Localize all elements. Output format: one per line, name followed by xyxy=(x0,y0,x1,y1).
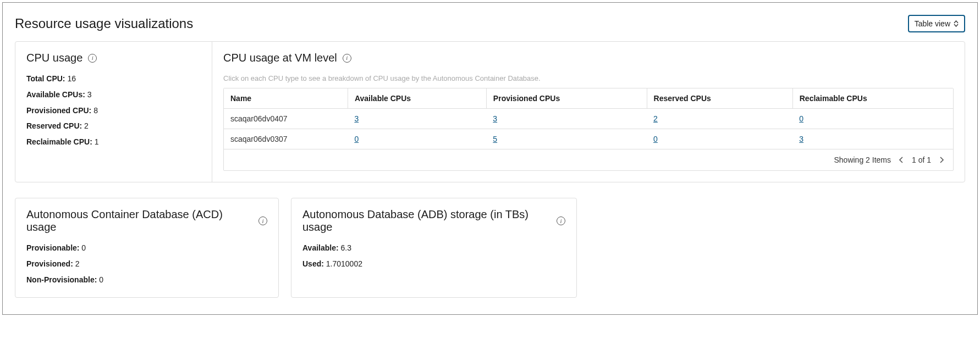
col-reserved: Reserved CPUs xyxy=(647,88,792,109)
col-provisioned: Provisioned CPUs xyxy=(486,88,647,109)
panel-title-row: CPU usage i xyxy=(26,52,201,64)
showing-text: Showing 2 Items xyxy=(834,155,891,164)
cpu-usage-panel: CPU usage i Total CPU: 16 Available CPUs… xyxy=(15,42,212,182)
acd-title: Autonomous Container Database (ACD) usag… xyxy=(26,208,253,234)
table-header-row: Name Available CPUs Provisioned CPUs Res… xyxy=(224,88,953,109)
kv-value: 16 xyxy=(67,74,76,83)
page-title: Resource usage visualizations xyxy=(15,16,193,31)
kv-label: Provisionable: xyxy=(26,243,79,252)
info-icon[interactable]: i xyxy=(258,216,267,225)
kv-label: Reclaimable CPU: xyxy=(26,137,92,146)
kv-label: Provisioned: xyxy=(26,259,73,268)
bottom-row: Autonomous Container Database (ACD) usag… xyxy=(15,198,965,298)
vm-level-title: CPU usage at VM level xyxy=(223,52,337,64)
adb-available-item: Available: 6.3 xyxy=(302,243,565,253)
kv-value: 1.7010002 xyxy=(326,259,362,268)
available-cpus-item: Available CPUs: 3 xyxy=(26,90,201,99)
acd-list: Provisionable: 0 Provisioned: 2 Non-Prov… xyxy=(26,243,267,284)
view-toggle-label: Table view xyxy=(915,19,950,28)
page-prev-button[interactable] xyxy=(896,155,906,165)
kv-value: 6.3 xyxy=(341,243,351,252)
vm-level-panel: CPU usage at VM level i Click on each CP… xyxy=(212,42,965,182)
info-icon[interactable]: i xyxy=(557,216,565,225)
page-indicator: 1 of 1 xyxy=(912,155,931,164)
cell-name: scaqar06dv0407 xyxy=(224,109,348,129)
page-next-button[interactable] xyxy=(937,155,946,165)
kv-label: Available CPUs: xyxy=(26,90,85,99)
cell-reclaimable-link[interactable]: 0 xyxy=(799,114,803,123)
kv-value: 2 xyxy=(75,259,80,268)
total-cpu-item: Total CPU: 16 xyxy=(26,74,201,84)
cell-available-link[interactable]: 0 xyxy=(354,135,359,143)
adb-list: Available: 6.3 Used: 1.7010002 xyxy=(302,243,565,269)
header-row: Resource usage visualizations Table view xyxy=(15,15,965,32)
kv-value: 0 xyxy=(99,275,103,284)
panel-title-row: CPU usage at VM level i xyxy=(223,52,954,64)
col-reclaimable: Reclaimable CPUs xyxy=(792,88,953,109)
kv-label: Non-Provisionable: xyxy=(26,275,97,284)
kv-value: 1 xyxy=(95,137,99,146)
cell-reserved-link[interactable]: 2 xyxy=(653,114,658,123)
provisioned-cpu-item: Provisioned CPU: 8 xyxy=(26,106,201,115)
kv-value: 8 xyxy=(93,106,98,115)
chevron-updown-icon xyxy=(954,20,959,27)
acd-usage-panel: Autonomous Container Database (ACD) usag… xyxy=(15,198,279,298)
kv-label: Provisioned CPU: xyxy=(26,106,91,115)
table-row: scaqar06dv0407 3 3 2 0 xyxy=(224,109,953,129)
cell-provisioned-link[interactable]: 5 xyxy=(493,135,497,143)
vm-table: Name Available CPUs Provisioned CPUs Res… xyxy=(223,88,954,171)
adb-title: Autonomous Database (ADB) storage (in TB… xyxy=(302,208,551,234)
cell-provisioned-link[interactable]: 3 xyxy=(493,114,497,123)
view-toggle-button[interactable]: Table view xyxy=(908,15,965,32)
cell-available-link[interactable]: 3 xyxy=(354,114,359,123)
vm-hint-text: Click on each CPU type to see a breakdow… xyxy=(223,74,954,82)
col-name: Name xyxy=(224,88,348,109)
kv-label: Total CPU: xyxy=(26,74,65,83)
table-row: scaqar06dv0307 0 5 0 3 xyxy=(224,129,953,149)
acd-provisionable-item: Provisionable: 0 xyxy=(26,243,267,253)
cell-name: scaqar06dv0307 xyxy=(224,129,348,149)
adb-storage-panel: Autonomous Database (ADB) storage (in TB… xyxy=(291,198,577,298)
kv-value: 0 xyxy=(81,243,86,252)
acd-provisioned-item: Provisioned: 2 xyxy=(26,259,267,269)
panel-title-row: Autonomous Database (ADB) storage (in TB… xyxy=(302,208,565,234)
cpu-usage-title: CPU usage xyxy=(26,52,82,64)
cell-reclaimable-link[interactable]: 3 xyxy=(799,135,803,143)
reserved-cpu-item: Reserved CPU: 2 xyxy=(26,121,201,131)
info-icon[interactable]: i xyxy=(88,54,97,63)
kv-value: 2 xyxy=(84,121,89,130)
kv-label: Reserved CPU: xyxy=(26,121,82,130)
info-icon[interactable]: i xyxy=(343,54,351,63)
cell-reserved-link[interactable]: 0 xyxy=(653,135,658,143)
reclaimable-cpu-item: Reclaimable CPU: 1 xyxy=(26,137,201,147)
col-available: Available CPUs xyxy=(348,88,486,109)
resource-usage-section: Resource usage visualizations Table view… xyxy=(2,2,978,315)
adb-used-item: Used: 1.7010002 xyxy=(302,259,565,269)
kv-value: 3 xyxy=(87,90,92,99)
panel-title-row: Autonomous Container Database (ACD) usag… xyxy=(26,208,267,234)
top-row: CPU usage i Total CPU: 16 Available CPUs… xyxy=(15,41,965,182)
acd-nonprovisionable-item: Non-Provisionable: 0 xyxy=(26,275,267,285)
kv-label: Used: xyxy=(302,259,324,268)
table-footer: Showing 2 Items 1 of 1 xyxy=(224,149,953,170)
kv-label: Available: xyxy=(302,243,339,252)
cpu-usage-list: Total CPU: 16 Available CPUs: 3 Provisio… xyxy=(26,74,201,147)
